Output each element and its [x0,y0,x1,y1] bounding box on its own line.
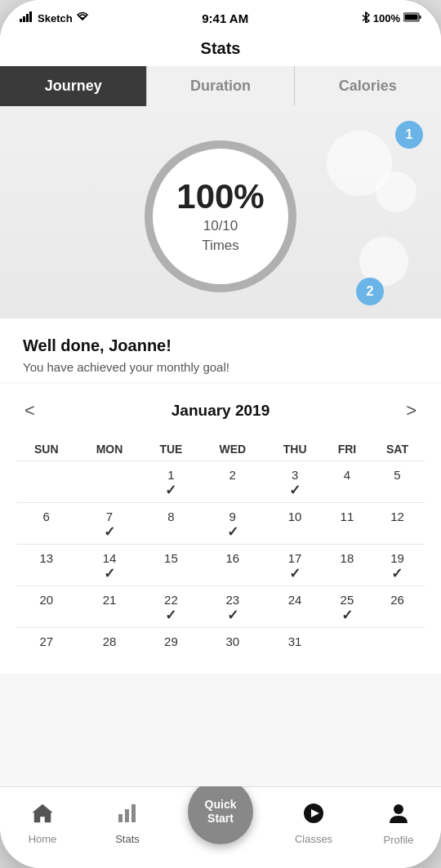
cal-cell: 18 [324,545,370,586]
circle-percent: 100% [176,177,264,216]
calendar-next-button[interactable]: > [398,397,425,425]
cal-cell: 13 [16,545,76,586]
cal-header-fri: FRI [324,438,370,461]
bubble-decoration-2 [376,171,416,212]
cal-cell: 23 ✓ [199,586,265,628]
nav-label-stats: Stats [115,833,140,845]
circle-fraction: 10/10 Times [176,216,264,256]
cal-cell: 5 [370,461,425,503]
signal-icon [20,11,34,24]
cal-cell: 17 ✓ [265,545,324,586]
status-right: 100% [362,11,421,25]
cal-cell: 14 ✓ [76,545,142,586]
cal-cell: 11 [324,503,370,545]
nav-item-stats[interactable]: Stats [103,803,152,845]
nav-item-profile[interactable]: Profile [374,802,423,846]
battery-icon [403,12,421,24]
cal-cell: 6 [16,503,76,545]
svg-rect-14 [131,804,136,822]
cal-cell: 3 ✓ [265,461,324,503]
cal-cell: 12 [370,503,425,545]
calendar-month-label: January 2019 [172,402,270,420]
svg-rect-2 [26,14,29,22]
cal-header-sun: SUN [16,438,76,461]
cal-cell: 19 ✓ [370,545,425,586]
cal-cell: 22 ✓ [143,586,200,628]
quick-start-button[interactable]: Quick Start [188,779,253,844]
cal-cell [16,461,76,503]
phone-frame: Sketch 9:41 AM 100% [0,0,441,868]
nav-label-profile: Profile [384,834,414,846]
svg-rect-12 [118,814,122,822]
cal-cell: 8 [143,503,200,545]
badge-1: 1 [395,121,423,149]
cal-cell: 31 [265,628,324,665]
badge-2: 2 [356,278,384,305]
nav-item-classes[interactable]: Classes [289,803,338,845]
main-content: 100% 10/10 Times 1 2 Well done, Joanne! … [0,106,441,786]
carrier-label: Sketch [38,12,73,24]
calendar-section: < January 2019 > SUN MON TUE WED THU FRI… [0,384,441,674]
cal-cell: 27 [16,628,76,665]
cal-cell: 21 [76,586,142,628]
nav-label-home: Home [29,833,57,845]
cal-header-mon: MON [76,438,142,461]
tab-duration[interactable]: Duration [147,66,293,106]
cal-cell: 24 [265,586,324,628]
cal-cell: 2 [199,461,265,503]
wifi-icon [76,11,89,24]
cal-cell: 20 [16,586,76,628]
svg-rect-8 [419,16,421,19]
cal-cell: 10 [265,503,324,545]
calendar-row-5: 27 28 29 30 31 [16,628,425,665]
nav-item-quickstart[interactable]: Quick Start [188,803,253,844]
svg-point-17 [394,804,403,814]
status-time: 9:41 AM [202,11,248,25]
message-title: Well done, Joanne! [23,336,418,355]
svg-rect-9 [404,14,417,20]
calendar-nav: < January 2019 > [16,397,425,425]
calendar-row-2: 6 7 ✓ 8 9 ✓ [16,503,425,545]
calendar-row-4: 20 21 22 ✓ 23 ✓ [16,586,425,628]
calendar-prev-button[interactable]: < [16,397,43,425]
page-title: Stats [0,39,441,58]
message-subtitle: You have achieved your monthly goal! [23,360,418,374]
person-icon [388,802,409,830]
cal-cell: 16 [199,545,265,586]
status-bar: Sketch 9:41 AM 100% [0,0,441,36]
cal-cell: 26 [370,586,425,628]
page-title-bar: Stats [0,36,441,66]
stats-icon [117,803,138,830]
cal-cell: 29 [143,628,200,665]
calendar-row-1: 1 ✓ 2 3 ✓ 4 5 [16,461,425,503]
calendar-row-3: 13 14 ✓ 15 16 17 ✓ [16,545,425,586]
cal-header-tue: TUE [143,438,200,461]
svg-rect-3 [29,11,32,22]
tab-journey[interactable]: Journey [0,66,146,106]
message-section: Well done, Joanne! You have achieved you… [0,318,441,382]
cal-header-sat: SAT [370,438,425,461]
svg-rect-0 [20,19,22,22]
bottom-nav: Home Stats Quick Start [0,786,441,868]
cal-cell: 7 ✓ [76,503,142,545]
tabs-row: Journey Duration Calories [0,66,441,106]
nav-label-classes: Classes [295,833,332,845]
tab-calories[interactable]: Calories [295,66,441,106]
cal-cell: 30 [199,628,265,665]
circle-section: 100% 10/10 Times 1 2 [0,106,441,318]
nav-item-home[interactable]: Home [18,803,67,845]
status-left: Sketch [20,11,89,24]
cal-cell [76,461,142,503]
cal-cell: 25 ✓ [324,586,370,628]
play-icon [303,803,324,830]
cal-cell: 1 ✓ [143,461,200,503]
progress-circle: 100% 10/10 Times [139,135,302,298]
cal-header-wed: WED [199,438,265,461]
cal-cell: 28 [76,628,142,665]
home-icon [31,803,54,830]
svg-rect-1 [23,16,25,22]
cal-cell [370,628,425,665]
circle-inner: 100% 10/10 Times [176,177,264,256]
bluetooth-icon [362,11,370,25]
cal-cell: 4 [324,461,370,503]
